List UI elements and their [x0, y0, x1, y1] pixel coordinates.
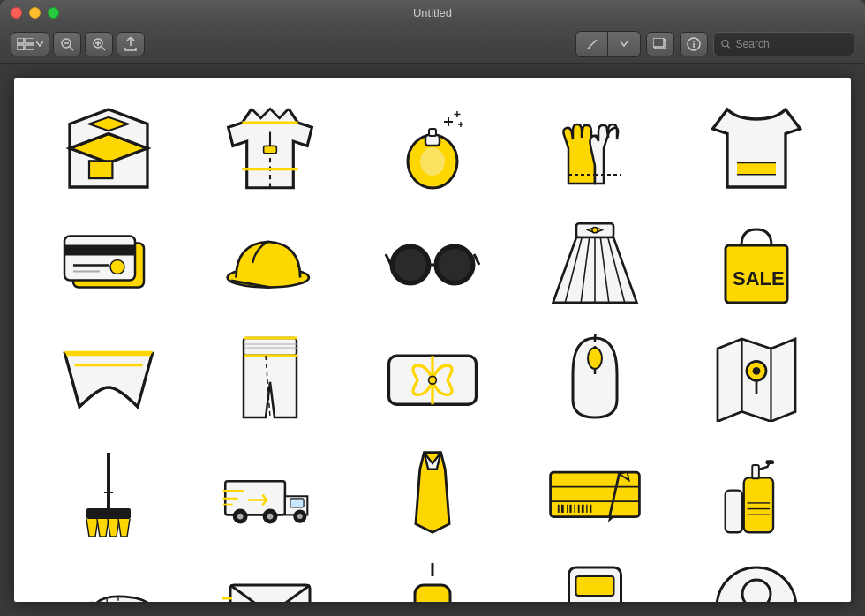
pen-tool-button[interactable] [576, 32, 608, 56]
icon-credit-card[interactable] [32, 210, 185, 316]
svg-rect-46 [64, 245, 135, 256]
icon-cap[interactable] [194, 210, 348, 316]
icon-soap-dispenser[interactable] [680, 439, 833, 545]
icon-tie[interactable] [356, 439, 509, 545]
icon-open-sign[interactable]: OPEN [356, 554, 509, 602]
search-input[interactable] [736, 38, 846, 50]
title-bar: Untitled [0, 0, 865, 25]
icon-perfume[interactable] [356, 95, 509, 201]
svg-rect-31 [429, 129, 436, 136]
icon-mail[interactable]: ★ ★ ★ [194, 554, 348, 602]
svg-point-82 [588, 348, 602, 369]
toolbar [0, 25, 865, 64]
icon-broom[interactable] [32, 439, 185, 545]
svg-rect-133 [415, 585, 450, 602]
svg-rect-2 [17, 45, 24, 50]
svg-rect-72 [244, 338, 297, 356]
svg-rect-137 [575, 576, 613, 596]
svg-rect-24 [264, 146, 277, 153]
search-box[interactable] [713, 32, 854, 56]
toolbar-right-group [575, 31, 854, 57]
icon-sale-bag[interactable]: SALE [680, 210, 833, 316]
icon-gift-card[interactable] [356, 325, 509, 431]
canvas: SALE [14, 78, 851, 602]
icon-map[interactable] [680, 325, 833, 431]
icon-shoe[interactable] [32, 554, 185, 602]
svg-line-5 [70, 47, 73, 50]
svg-rect-116 [726, 491, 742, 533]
minimize-button[interactable] [29, 7, 41, 19]
svg-point-55 [439, 249, 470, 281]
info-button[interactable] [680, 32, 708, 56]
svg-point-15 [693, 41, 695, 42]
icon-gloves[interactable] [518, 95, 672, 201]
svg-rect-23 [89, 161, 112, 178]
close-button[interactable] [11, 7, 22, 19]
svg-line-18 [727, 45, 730, 48]
icon-pants[interactable] [194, 325, 348, 431]
toolbar-left-group [11, 32, 145, 56]
layers-button[interactable] [646, 32, 674, 56]
traffic-lights [11, 7, 59, 19]
svg-point-53 [395, 249, 426, 281]
svg-point-32 [420, 147, 445, 176]
svg-rect-45 [64, 237, 135, 281]
icon-sunglasses[interactable] [356, 210, 509, 316]
svg-rect-1 [26, 38, 34, 43]
zoom-out-button[interactable] [53, 32, 81, 56]
svg-point-49 [110, 260, 124, 274]
pen-tool-dropdown[interactable] [608, 32, 640, 56]
icon-skirt[interactable] [518, 210, 672, 316]
svg-rect-115 [744, 477, 773, 532]
icon-delivery-truck[interactable] [194, 439, 348, 545]
svg-point-95 [267, 514, 274, 520]
svg-rect-91 [290, 499, 304, 507]
view-toggle-button[interactable] [11, 32, 49, 56]
svg-line-57 [386, 254, 391, 265]
search-icon [721, 39, 731, 49]
window-title: Untitled [413, 6, 452, 19]
canvas-area: SALE [0, 64, 865, 616]
svg-text:SALE: SALE [733, 267, 785, 289]
svg-point-65 [591, 227, 597, 232]
icon-open-box[interactable] [32, 95, 185, 201]
svg-point-17 [722, 40, 728, 46]
svg-rect-88 [86, 508, 131, 519]
svg-point-93 [237, 514, 244, 520]
icon-underwear[interactable] [32, 325, 185, 431]
share-button[interactable] [117, 32, 145, 56]
svg-line-8 [102, 47, 105, 50]
svg-rect-41 [737, 163, 776, 175]
icon-mouse[interactable] [518, 325, 672, 431]
svg-rect-118 [766, 460, 775, 464]
icon-calculator[interactable] [518, 554, 672, 602]
icon-coupon[interactable] [518, 439, 672, 545]
svg-rect-13 [653, 38, 664, 47]
pen-tool-group [575, 31, 641, 57]
svg-point-86 [753, 367, 761, 375]
svg-point-97 [297, 514, 303, 519]
svg-point-80 [429, 376, 437, 384]
zoom-in-button[interactable] [85, 32, 113, 56]
icon-dress-shirt[interactable] [194, 95, 348, 201]
svg-rect-3 [26, 45, 34, 50]
svg-rect-117 [752, 465, 759, 478]
svg-point-148 [717, 567, 796, 602]
maximize-button[interactable] [48, 7, 59, 19]
icon-person-badge[interactable] [680, 554, 833, 602]
icon-grid: SALE [32, 95, 833, 584]
svg-rect-0 [17, 38, 24, 43]
icon-tshirt[interactable] [680, 95, 833, 201]
